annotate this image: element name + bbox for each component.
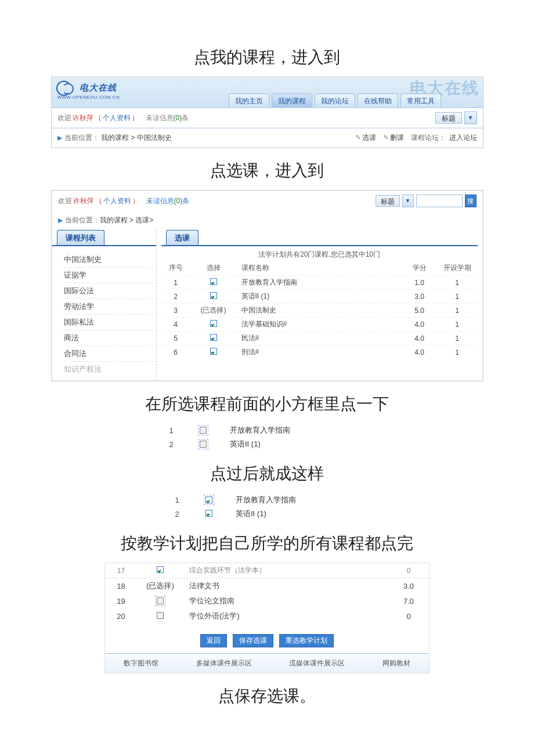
instruction-4: 点过后就成这样	[23, 463, 511, 485]
pencil-icon: ✎	[383, 134, 389, 142]
sidebar-item[interactable]: 劳动法学	[64, 299, 156, 315]
tab-my-home[interactable]: 我的主页	[229, 93, 269, 107]
col-term: 开设学期	[437, 261, 478, 276]
tab-online-help[interactable]: 在线帮助	[358, 93, 398, 107]
breadcrumb-arrow-icon: ▶	[57, 134, 62, 142]
col-credit: 学分	[402, 261, 437, 276]
table-row: 4 法学基础知识# 4.0 1	[161, 318, 478, 332]
search-button[interactable]: 搜	[465, 195, 477, 207]
title-filter-label: 标题	[376, 195, 400, 207]
select-checkbox[interactable]	[210, 320, 217, 327]
main-nav-tabs: 我的主页 我的课程 我的论坛 在线帮助 常用工具	[229, 93, 441, 107]
footer-link-digital-library[interactable]: 数字图书馆	[124, 658, 158, 668]
sidebar: 课程列表 中国法制史 证据学 国际公法 劳动法学 国际私法 商法 合同法 知识产…	[52, 230, 157, 380]
welcome-label: 欢迎	[58, 196, 72, 206]
enter-forum-link[interactable]: 进入论坛	[449, 134, 477, 142]
username: 许秋萍	[73, 196, 94, 206]
footer-link-multimedia[interactable]: 多媒体课件展示区	[196, 658, 252, 668]
breadcrumb-arrow-icon: ▶	[58, 217, 63, 224]
select-checkbox[interactable]	[155, 596, 165, 606]
select-checkbox[interactable]	[157, 612, 164, 619]
profile-link[interactable]: 个人资料	[103, 196, 131, 206]
table-row: 2 英语II (1)	[163, 507, 371, 521]
table-row: 19 学位论文指南 7.0	[105, 593, 429, 609]
select-checkbox[interactable]	[210, 348, 217, 355]
instruction-3: 在所选课程前面的小方框里点一下	[23, 393, 511, 415]
already-selected-label: (已选择)	[201, 306, 226, 314]
sidebar-item[interactable]: 合同法	[64, 346, 156, 362]
footer-link-buy-textbook[interactable]: 网购教材	[383, 658, 410, 668]
table-row: 6 刑法# 4.0 1	[161, 345, 478, 359]
site-logo: 电大在线	[55, 80, 117, 96]
title-filter-label: 标题	[435, 112, 462, 124]
select-checkbox[interactable]	[210, 292, 217, 299]
sidebar-item[interactable]: 中国法制史	[64, 252, 156, 268]
screenshot-4: 1 开放教育入学指南 2 英语II (1)	[163, 493, 371, 521]
paren-open: （	[95, 113, 102, 123]
location-bar: ▶ 当前位置：我的课程 > 选课>	[52, 211, 482, 230]
button-bar: 返回 保存选课 重选教学计划	[105, 634, 429, 647]
table-row: 3 (已选择) 中国法制史 5.0 1	[161, 304, 478, 318]
username: 许秋萍	[73, 113, 93, 123]
breadcrumb: 当前位置： 我的课程 > 中国法制史	[64, 133, 172, 143]
course-table: 序号 选择 课程名称 学分 开设学期 1 开放教育入学指南 1.0 1	[161, 261, 478, 359]
sidebar-item[interactable]: 国际私法	[64, 315, 156, 330]
paren-close: ）	[132, 113, 139, 123]
table-row: 1 开放教育入学指南	[157, 423, 377, 437]
tab-my-course[interactable]: 我的课程	[272, 93, 312, 107]
footer-link-streaming[interactable]: 流媒体课件展示区	[289, 658, 345, 668]
select-checkbox[interactable]	[198, 425, 208, 435]
instruction-2: 点选课，进入到	[23, 160, 511, 182]
logo-swirl-icon	[55, 80, 77, 96]
screenshot-1: 电大在线 WWW.OPENEDU.COM.CN 电大在线 我的主页 我的课程 我…	[51, 77, 484, 148]
already-selected-label: (已选择)	[146, 581, 174, 590]
back-button[interactable]: 返回	[200, 634, 227, 647]
sidebar-tab-course-list[interactable]: 课程列表	[57, 230, 104, 245]
screenshot-2: 欢迎 许秋萍 （ 个人资料 ） 未读信息(0)条 标题 ▼ 搜 ▶ 当前位置：我…	[51, 190, 484, 381]
user-bar: 欢迎 许秋萍 （ 个人资料 ） 未读信息(0)条 标题 ▼	[52, 107, 483, 128]
sidebar-item[interactable]: 知识产权法	[64, 362, 156, 377]
tab-common-tools[interactable]: 常用工具	[400, 93, 441, 107]
title-filter: 标题 ▼	[435, 111, 477, 124]
reselect-plan-button[interactable]: 重选教学计划	[279, 634, 334, 647]
table-row: 1 开放教育入学指南	[163, 493, 371, 507]
save-selection-button[interactable]: 保存选课	[233, 634, 273, 647]
instruction-1: 点我的课程，进入到	[23, 46, 511, 69]
search-input[interactable]	[416, 195, 463, 207]
select-course-link[interactable]: ✎选课	[355, 133, 376, 143]
sidebar-item[interactable]: 商法	[64, 330, 156, 346]
select-checkbox[interactable]	[204, 495, 214, 505]
select-checkbox[interactable]	[205, 510, 212, 517]
logo-subtext: WWW.OPENEDU.COM.CN	[57, 95, 120, 100]
table-row: 17 综合实践环节（法学本） 0	[105, 563, 429, 578]
title-filter-dropdown[interactable]: ▼	[464, 111, 477, 124]
select-checkbox[interactable]	[210, 278, 217, 285]
table-row: 2 英语II (1)	[157, 437, 377, 451]
sidebar-item[interactable]: 证据学	[64, 268, 156, 283]
col-name: 课程名称	[237, 261, 402, 276]
col-select: 选择	[190, 261, 237, 276]
instruction-6: 点保存选课。	[23, 685, 511, 707]
table-row: 5 民法# 4.0 1	[161, 332, 478, 345]
unread-label: 未读信息(0)条	[146, 196, 190, 206]
select-checkbox[interactable]	[198, 439, 208, 449]
welcome-label: 欢迎	[57, 113, 71, 123]
sidebar-item[interactable]: 国际公法	[64, 283, 156, 299]
location-bar: ▶ 当前位置： 我的课程 > 中国法制史 ✎选课 ✎删课 课程论坛：进入论坛	[52, 128, 483, 147]
instruction-5: 按教学计划把自己所学的所有课程都点完	[23, 532, 511, 555]
title-filter-dropdown[interactable]: ▼	[402, 195, 414, 207]
main-tab-select-course[interactable]: 选课	[166, 230, 199, 245]
profile-link[interactable]: 个人资料	[103, 113, 131, 123]
header-banner: 电大在线 WWW.OPENEDU.COM.CN 电大在线 我的主页 我的课程 我…	[52, 77, 483, 107]
user-bar: 欢迎 许秋萍 （ 个人资料 ） 未读信息(0)条 标题 ▼ 搜	[52, 191, 482, 211]
table-row: 2 英语II (1) 3.0 1	[161, 290, 478, 304]
select-checkbox[interactable]	[157, 566, 164, 573]
select-checkbox[interactable]	[210, 334, 217, 341]
screenshot-5: 17 综合实践环节（法学本） 0 18 (已选择) 法律文书 3.0 19 学位…	[104, 563, 430, 674]
pencil-icon: ✎	[355, 134, 361, 142]
tab-my-forum[interactable]: 我的论坛	[315, 93, 355, 107]
delete-course-link[interactable]: ✎删课	[383, 133, 404, 143]
col-no: 序号	[161, 261, 190, 276]
logo-text: 电大在线	[80, 82, 117, 93]
table-row: 18 (已选择) 法律文书 3.0	[105, 578, 429, 593]
